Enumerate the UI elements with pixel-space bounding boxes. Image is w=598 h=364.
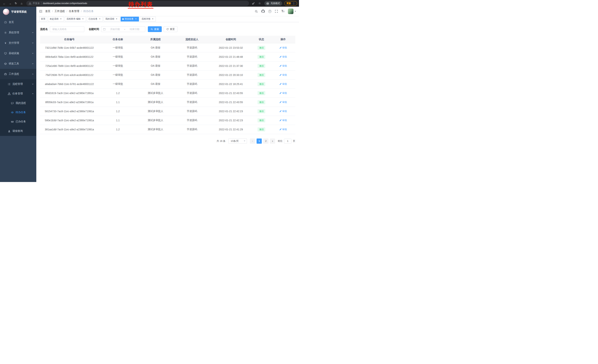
edit-icon — [279, 110, 282, 112]
avatar[interactable] — [288, 8, 293, 14]
svg-text:¥: ¥ — [5, 42, 6, 44]
edit-icon — [279, 83, 282, 85]
cell-action: 审批 — [271, 43, 295, 52]
sidebar-item-done-tasks[interactable]: 已办任务 — [0, 117, 36, 126]
sidebar-item-dev-tools[interactable]: 研发工具 — [0, 58, 36, 69]
date-range-picker[interactable]: 开始日期 - 结束日期 — [101, 26, 145, 32]
sidebar-item-leave-query[interactable]: 请假查询 — [0, 126, 36, 136]
reset-button[interactable]: 重置 — [164, 26, 177, 32]
chevron-down-icon — [32, 42, 34, 44]
edit-icon — [279, 56, 282, 58]
update-button[interactable]: 更新 ⋮ — [284, 1, 297, 6]
approve-link[interactable]: 审批 — [279, 91, 287, 95]
close-icon[interactable]: × — [134, 18, 137, 20]
page-button-2[interactable]: 2 — [263, 138, 268, 144]
cell-task-id: 8f059c03-7ac8-11ec-a9e2-a2380e71991a — [40, 97, 99, 107]
close-icon[interactable]: × — [115, 18, 118, 20]
search-icon[interactable] — [255, 10, 258, 13]
table-row: 725a1eb6-7b88-11ec-8ef0-acde48001122 一级审… — [40, 61, 295, 70]
sidebar-item-my-processes[interactable]: 我的流程 — [0, 98, 36, 108]
breadcrumb-home[interactable]: 首页 — [45, 10, 50, 13]
prev-page-button[interactable] — [250, 138, 255, 144]
font-size-icon[interactable] — [281, 10, 284, 13]
edit-icon — [279, 128, 282, 130]
cell-task-id: 8f0d1619-7ac8-11ec-a9e2-a2380e71991a — [40, 89, 99, 97]
reload-icon[interactable]: ↻ — [13, 1, 18, 6]
sidebar-item-label: 支付管理 — [9, 41, 30, 45]
goto-page-input[interactable] — [284, 139, 291, 144]
cell-action: 审批 — [271, 89, 295, 97]
sidebar-item-task-management[interactable]: 任务管理 — [0, 89, 36, 98]
breadcrumb-task-management[interactable]: 任务管理 — [69, 10, 79, 13]
start-date-placeholder: 开始日期 — [106, 28, 124, 31]
forward-icon[interactable]: → — [8, 1, 13, 6]
page-size-select[interactable]: 10条/页 — [228, 138, 247, 144]
tab-todo-tasks[interactable]: 待办任务 × — [121, 17, 139, 22]
hamburger-icon[interactable] — [36, 10, 45, 13]
cell-task-name: 1.1 — [99, 116, 137, 125]
approve-link[interactable]: 审批 — [279, 128, 287, 131]
sidebar-item-workflow[interactable]: 工作流程 — [0, 69, 36, 79]
breadcrumb-separator: / — [66, 10, 67, 13]
breadcrumb-workflow[interactable]: 工作流程 — [54, 10, 65, 13]
pagination: 共 16 条 10条/页 1 2 前往 页 — [36, 134, 299, 144]
security-label: 不安全 — [33, 2, 40, 5]
approve-link[interactable]: 审批 — [279, 82, 287, 86]
approve-link[interactable]: 审批 — [279, 110, 287, 113]
cell-created-time: 2022-01-21 22:43:55 — [210, 89, 252, 97]
close-icon[interactable]: × — [82, 18, 84, 20]
process-name-input[interactable] — [50, 26, 84, 32]
approve-link[interactable]: 审批 — [279, 73, 287, 77]
cell-action: 审批 — [271, 125, 295, 134]
table-row: 73211d9d-7b9b-11ec-b5b7-acde48001122 一级审… — [40, 43, 295, 52]
process-name-label: 流程名 — [40, 28, 48, 31]
approve-label: 审批 — [282, 82, 287, 86]
cell-starter: 芋道源码 — [174, 70, 210, 80]
approve-link[interactable]: 审批 — [279, 64, 287, 68]
sidebar-item-payment-management[interactable]: ¥ 支付管理 — [0, 38, 36, 48]
chevron-down-icon — [295, 11, 296, 12]
github-icon[interactable] — [261, 10, 265, 13]
approve-link[interactable]: 审批 — [279, 46, 287, 49]
next-page-button[interactable] — [270, 138, 275, 144]
tab-start-process[interactable]: 发起流程 × — [48, 17, 64, 22]
column-header: 流程发起人 — [174, 36, 210, 43]
approve-link[interactable]: 审批 — [279, 101, 287, 104]
back-icon[interactable]: ← — [2, 1, 7, 6]
tab-process-detail[interactable]: 流程详情 × — [140, 17, 156, 22]
close-icon[interactable]: × — [98, 18, 101, 20]
tab-my-processes[interactable]: 我的流程 × — [104, 17, 120, 22]
cell-task-name: 1.2 — [99, 107, 137, 116]
close-icon[interactable]: × — [151, 18, 154, 20]
sidebar-item-label: 已办任务 — [16, 120, 34, 123]
sidebar-item-process-management[interactable]: 流程管理 — [0, 79, 36, 89]
help-icon[interactable] — [268, 10, 271, 13]
sidebar-item-label: 研发工具 — [9, 62, 30, 65]
chrome-actions: ☆ 无痕模式 更新 ⋮ — [251, 1, 297, 6]
search-button[interactable]: 搜索 — [148, 26, 162, 32]
sidebar-item-todo-tasks[interactable]: 待办任务 — [0, 108, 36, 117]
tab-process-form-edit[interactable]: 流程表单-编辑 × — [65, 17, 86, 22]
cell-created-time: 2022-01-21 22:41:29 — [210, 125, 252, 134]
star-icon[interactable]: ☆ — [257, 1, 262, 6]
sidebar-item-system-management[interactable]: 系统管理 — [0, 27, 36, 38]
approve-link[interactable]: 审批 — [279, 55, 287, 58]
page-button-1[interactable]: 1 — [257, 138, 262, 144]
key-icon[interactable] — [252, 2, 255, 5]
cell-status: 激活 — [252, 80, 271, 89]
user-menu[interactable] — [288, 8, 296, 14]
browser-menu-icon[interactable]: ⋮ — [292, 2, 295, 5]
cell-task-name: 1.1 — [99, 97, 137, 107]
home-icon[interactable]: ⌂ — [19, 1, 24, 6]
cell-starter: 芋道源码 — [174, 61, 210, 70]
fullscreen-icon[interactable] — [275, 10, 278, 13]
approve-label: 审批 — [282, 128, 287, 131]
cell-task-id: 58154733-7ac8-11ec-a9e2-a2380e71991a — [40, 107, 99, 116]
tab-done-tasks[interactable]: 已办任务 × — [87, 17, 103, 22]
column-header: 任务名称 — [99, 36, 137, 43]
sidebar-item-home[interactable]: 首页 — [0, 17, 36, 27]
close-icon[interactable]: × — [59, 18, 62, 20]
tab-home[interactable]: 首页 — [39, 17, 47, 22]
approve-link[interactable]: 审批 — [279, 119, 287, 122]
sidebar-item-infrastructure[interactable]: 基础设施 — [0, 48, 36, 58]
